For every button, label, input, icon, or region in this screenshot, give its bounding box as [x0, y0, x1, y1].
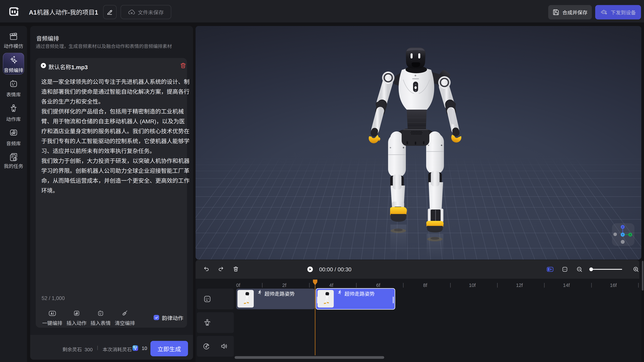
- svg-text:超帅走路姿势: 超帅走路姿势: [344, 291, 375, 297]
- svg-text:Z: Z: [622, 226, 623, 228]
- svg-text:Y: Y: [622, 233, 624, 236]
- svg-text:超帅走路姿势: 超帅走路姿势: [264, 291, 295, 297]
- svg-text:X: X: [630, 233, 631, 236]
